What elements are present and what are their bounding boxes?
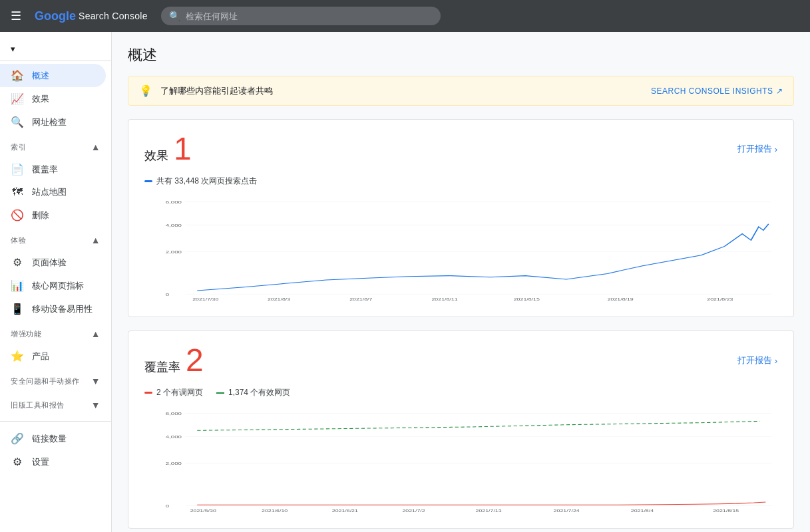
- chevron-up-icon: ▲: [91, 329, 101, 339]
- svg-text:2021/7/24: 2021/7/24: [554, 509, 580, 513]
- cwv-icon: 📊: [11, 279, 24, 292]
- coverage-number: 2: [186, 344, 204, 376]
- coverage-title: 覆盖率: [144, 359, 180, 375]
- chevron-right-icon: ›: [775, 144, 777, 154]
- performance-icon: 📈: [11, 92, 24, 105]
- section-header-legacy[interactable]: 旧版工具和报告 ▼: [0, 394, 111, 416]
- page-title: 概述: [128, 45, 794, 65]
- performance-title: 效果: [144, 148, 168, 164]
- svg-text:4,000: 4,000: [166, 435, 182, 440]
- performance-chart: 6,000 4,000 2,000 0 2021/7/30 2021/8/3 2…: [144, 195, 777, 303]
- sidebar-item-settings[interactable]: ⚙ 设置: [0, 450, 106, 473]
- sidebar-item-label: 网址检查: [32, 116, 67, 128]
- chevron-down-icon: ▼: [91, 400, 101, 410]
- property-selector[interactable]: ▾: [0, 37, 111, 61]
- sidebar-item-label: 页面体验: [32, 257, 67, 269]
- sitemap-icon: 🗺: [11, 186, 24, 198]
- svg-text:6,000: 6,000: [166, 200, 182, 205]
- coverage-chart-svg: 6,000 4,000 2,000 0 2021/5/30 2021/6/10: [144, 406, 777, 513]
- insight-banner: 💡 了解哪些内容能引起读者共鸣 SEARCH CONSOLE INSIGHTS …: [128, 76, 794, 106]
- sidebar-item-label: 覆盖率: [32, 164, 58, 176]
- coverage-legend: 2 个有调网页 1,374 个有效网页: [144, 387, 777, 398]
- performance-card: 效果 1 打开报告 › 共有 33,448 次网页搜索点击 6,000: [128, 119, 794, 317]
- legend-dot-valid: [216, 392, 224, 394]
- search-icon: 🔍: [169, 11, 180, 21]
- sidebar-item-label: 站点地图: [32, 186, 67, 198]
- card-title-area: 效果 1: [144, 133, 737, 165]
- svg-text:2021/8/23: 2021/8/23: [707, 297, 733, 301]
- sidebar-item-performance[interactable]: 📈 效果: [0, 87, 106, 110]
- sidebar-item-products[interactable]: ⭐ 产品: [0, 344, 106, 368]
- sidebar: ▾ 🏠 概述 📈 效果 🔍 网址检查 索引 ▲ 📄 覆盖率 🗺 站点地图: [0, 32, 112, 532]
- sidebar-item-label: 设置: [32, 456, 49, 468]
- mobile-icon: 📱: [11, 303, 24, 315]
- sidebar-item-label: 效果: [32, 93, 49, 105]
- products-icon: ⭐: [11, 350, 24, 362]
- links-icon: 🔗: [11, 432, 24, 445]
- sidebar-item-sitemap[interactable]: 🗺 站点地图: [0, 181, 106, 203]
- svg-text:4,000: 4,000: [166, 223, 182, 228]
- search-icon: 🔍: [11, 116, 24, 128]
- sidebar-item-coverage[interactable]: 📄 覆盖率: [0, 158, 106, 181]
- sidebar-item-removal[interactable]: 🚫 删除: [0, 203, 106, 227]
- sidebar-item-core-web-vitals[interactable]: 📊 核心网页指标: [0, 274, 106, 297]
- sidebar-item-mobile-usability[interactable]: 📱 移动设备易用性: [0, 297, 106, 321]
- card-title-area: 覆盖率 2: [144, 344, 737, 376]
- section-header-experience[interactable]: 体验 ▲: [0, 229, 111, 251]
- sidebar-item-links[interactable]: 🔗 链接数量: [0, 427, 106, 450]
- main-content: 概述 💡 了解哪些内容能引起读者共鸣 SEARCH CONSOLE INSIGH…: [112, 32, 810, 532]
- coverage-card: 覆盖率 2 打开报告 › 2 个有调网页 1,374 个有效网页: [128, 331, 794, 529]
- performance-card-header: 效果 1 打开报告 ›: [144, 133, 777, 165]
- section-items-experience: ⚙ 页面体验 📊 核心网页指标 📱 移动设备易用性: [0, 251, 111, 321]
- chevron-up-icon: ▲: [91, 235, 101, 245]
- property-chevron: ▾: [11, 44, 15, 54]
- performance-number: 1: [174, 133, 192, 165]
- chevron-right-icon: ›: [775, 356, 777, 366]
- legend-label-valid: 1,374 个有效网页: [228, 387, 290, 398]
- external-link-icon: ↗: [776, 86, 783, 96]
- sidebar-item-label: 链接数量: [32, 433, 67, 445]
- sidebar-item-label: 产品: [32, 350, 49, 362]
- sidebar-item-overview[interactable]: 🏠 概述: [0, 64, 106, 87]
- performance-report-link[interactable]: 打开报告 ›: [737, 143, 777, 155]
- legend-error: 2 个有调网页: [144, 387, 203, 398]
- legend-label: 共有 33,448 次网页搜索点击: [156, 176, 257, 187]
- chevron-down-icon: ▼: [91, 376, 101, 386]
- svg-text:2021/8/11: 2021/8/11: [431, 297, 457, 301]
- settings-icon: ⚙: [11, 456, 24, 468]
- coverage-report-link[interactable]: 打开报告 ›: [737, 354, 777, 366]
- section-header-enhancements[interactable]: 增强功能 ▲: [0, 323, 111, 344]
- chevron-up-icon: ▲: [91, 142, 101, 152]
- section-label: 体验: [11, 235, 26, 245]
- svg-text:2021/6/21: 2021/6/21: [332, 509, 358, 513]
- section-header-security[interactable]: 安全问题和手动操作 ▼: [0, 370, 111, 392]
- section-label: 旧版工具和报告: [11, 400, 65, 410]
- coverage-icon: 📄: [11, 163, 24, 176]
- legend-label-error: 2 个有调网页: [156, 387, 203, 398]
- search-bar[interactable]: 🔍: [161, 7, 441, 25]
- svg-text:2021/8/4: 2021/8/4: [631, 509, 654, 513]
- svg-text:2021/8/7: 2021/8/7: [349, 297, 372, 301]
- sidebar-item-url-inspection[interactable]: 🔍 网址检查: [0, 110, 106, 134]
- sidebar-item-label: 核心网页指标: [32, 280, 84, 292]
- page-exp-icon: ⚙: [11, 256, 24, 269]
- logo-google: Google: [35, 9, 76, 23]
- search-input[interactable]: [186, 11, 433, 21]
- section-items-index: 📄 覆盖率 🗺 站点地图 🚫 删除: [0, 158, 111, 227]
- svg-text:2021/8/15: 2021/8/15: [713, 509, 739, 513]
- svg-text:2021/7/30: 2021/7/30: [192, 297, 218, 301]
- svg-text:2,000: 2,000: [166, 462, 182, 466]
- section-header-index[interactable]: 索引 ▲: [0, 136, 111, 158]
- menu-icon[interactable]: ☰: [5, 3, 27, 29]
- svg-text:2,000: 2,000: [166, 250, 182, 255]
- section-label: 索引: [11, 142, 26, 152]
- svg-text:6,000: 6,000: [166, 412, 182, 416]
- svg-text:2021/8/19: 2021/8/19: [608, 297, 634, 301]
- topbar: ☰ Google Search Console 🔍: [0, 0, 810, 32]
- sidebar-item-page-experience[interactable]: ⚙ 页面体验: [0, 251, 106, 274]
- removal-icon: 🚫: [11, 209, 24, 221]
- svg-text:2021/7/13: 2021/7/13: [476, 509, 502, 513]
- svg-text:0: 0: [166, 293, 170, 297]
- insight-banner-link[interactable]: SEARCH CONSOLE INSIGHTS ↗: [651, 86, 783, 96]
- lightbulb-icon: 💡: [139, 84, 152, 97]
